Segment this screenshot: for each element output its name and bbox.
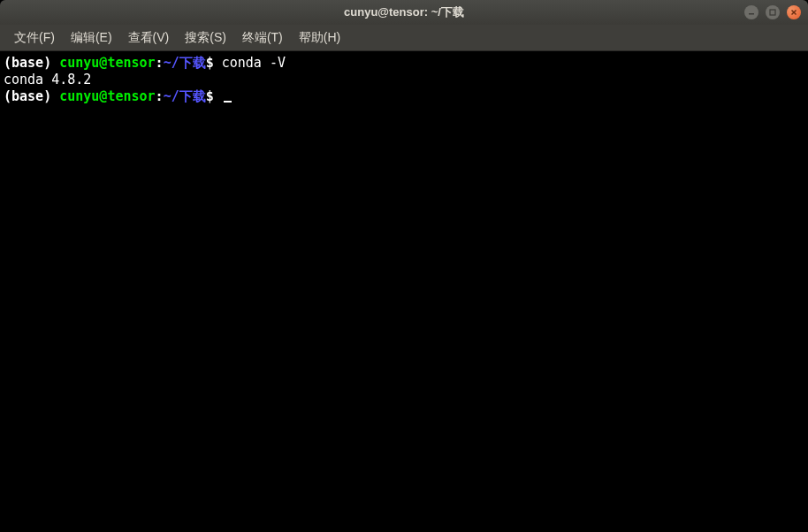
prompt-colon: : — [156, 55, 164, 71]
terminal-line: conda 4.8.2 — [4, 72, 804, 88]
prompt-dollar: $ — [206, 88, 222, 104]
close-icon — [790, 9, 797, 16]
command-text: conda -V — [222, 55, 286, 71]
minimize-button[interactable] — [744, 5, 758, 19]
prompt-env: (base) — [4, 88, 59, 104]
window-titlebar: cunyu@tensor: ~/下载 — [0, 0, 808, 25]
menu-search[interactable]: 搜索(S) — [178, 27, 233, 49]
window-title: cunyu@tensor: ~/下载 — [344, 4, 464, 20]
prompt-user: cunyu@tensor — [59, 55, 155, 71]
prompt-path: ~/下载 — [164, 55, 206, 71]
maximize-icon — [769, 9, 776, 16]
prompt-colon: : — [156, 88, 164, 104]
menubar: 文件(F) 编辑(E) 查看(V) 搜索(S) 终端(T) 帮助(H) — [0, 25, 808, 51]
svg-rect-1 — [770, 10, 775, 15]
menu-file[interactable]: 文件(F) — [7, 27, 62, 49]
terminal-line: (base) cunyu@tensor:~/下载$ — [4, 88, 804, 105]
prompt-user: cunyu@tensor — [59, 88, 155, 104]
output-text: conda 4.8.2 — [4, 72, 91, 87]
terminal-body[interactable]: (base) cunyu@tensor:~/下载$ conda -V conda… — [0, 51, 808, 532]
terminal-line: (base) cunyu@tensor:~/下载$ conda -V — [4, 55, 804, 72]
prompt-dollar: $ — [206, 55, 222, 71]
svg-rect-0 — [749, 13, 754, 15]
window-controls — [744, 5, 801, 19]
cursor-icon — [224, 101, 232, 103]
menu-terminal[interactable]: 终端(T) — [235, 27, 290, 49]
close-button[interactable] — [787, 5, 801, 19]
prompt-path: ~/下载 — [164, 88, 206, 104]
maximize-button[interactable] — [766, 5, 780, 19]
menu-help[interactable]: 帮助(H) — [292, 27, 347, 49]
menu-view[interactable]: 查看(V) — [121, 27, 177, 49]
menu-edit[interactable]: 编辑(E) — [64, 27, 119, 49]
minimize-icon — [748, 9, 755, 16]
prompt-env: (base) — [4, 55, 59, 71]
